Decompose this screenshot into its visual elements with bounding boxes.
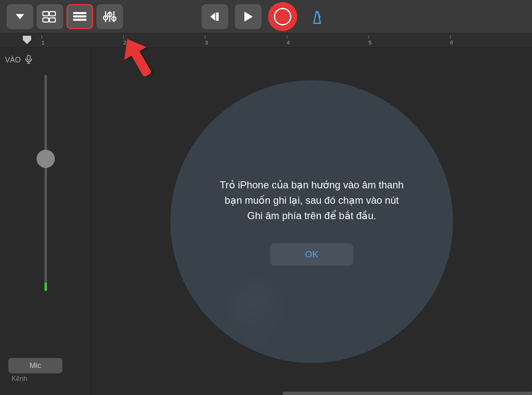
svg-rect-7: [73, 19, 86, 21]
mic-button[interactable]: Mic: [8, 358, 62, 373]
toolbar-left: [7, 4, 202, 29]
svg-marker-20: [23, 36, 31, 44]
record-button[interactable]: [268, 2, 297, 31]
mixer-icon: [102, 10, 117, 23]
record-dot: [274, 8, 291, 25]
toolbar: [0, 0, 532, 33]
dialog-overlay: Trỏ iPhone của bạn hướng vào âm thanh bạ…: [91, 48, 532, 395]
metronome-button[interactable]: [304, 4, 330, 29]
svg-rect-6: [73, 15, 86, 17]
svg-marker-0: [16, 14, 24, 19]
rewind-button[interactable]: [202, 4, 228, 29]
svg-marker-17: [314, 12, 320, 23]
rewind-icon: [209, 10, 221, 23]
play-icon: [242, 10, 254, 23]
left-panel: VÀO Mic Kênh: [0, 48, 91, 395]
ruler-mark-6: 6: [450, 35, 532, 46]
dropdown-icon: [14, 10, 26, 23]
svg-marker-14: [210, 12, 215, 21]
volume-fill: [44, 283, 47, 291]
svg-rect-5: [73, 12, 86, 14]
multitrack-icon: [42, 10, 57, 23]
svg-rect-1: [43, 12, 49, 16]
main-content: VÀO Mic Kênh: [0, 48, 532, 395]
dialog-ok-button[interactable]: OK: [270, 243, 353, 266]
ruler: 1 2 3 4 5 6: [0, 33, 532, 48]
ruler-mark-3: 3: [205, 35, 287, 46]
bottom-labels: Mic Kênh: [8, 358, 62, 383]
svg-rect-2: [49, 12, 55, 16]
ruler-mark-5: 5: [369, 35, 451, 46]
svg-rect-15: [216, 12, 219, 21]
multitrack-button[interactable]: [37, 4, 63, 29]
svg-rect-4: [49, 18, 55, 22]
toolbar-center: [202, 2, 330, 31]
track-label: VÀO: [5, 54, 86, 66]
ruler-marks: 1 2 3 4 5 6: [42, 35, 532, 46]
ruler-mark-2: 2: [123, 35, 205, 46]
playhead-icon: [21, 36, 33, 44]
tracks-list-button[interactable]: [66, 4, 93, 29]
volume-track[interactable]: [44, 75, 47, 291]
ruler-mark-1: 1: [42, 35, 123, 46]
dialog-message: Trỏ iPhone của bạn hướng vào âm thanh bạ…: [216, 177, 407, 224]
dropdown-button[interactable]: [7, 4, 33, 29]
volume-handle[interactable]: [37, 150, 55, 168]
svg-rect-3: [43, 18, 49, 22]
kenh-label: Kênh: [8, 375, 62, 383]
play-button[interactable]: [235, 4, 261, 29]
svg-marker-16: [244, 12, 253, 22]
ruler-mark-4: 4: [287, 35, 369, 46]
track-mic-icon: [24, 54, 33, 66]
tracks-list-icon: [72, 10, 87, 23]
svg-rect-21: [27, 55, 30, 60]
track-area: Âm Trỏ iPhone của bạn hướng vào âm thanh…: [91, 48, 532, 395]
mixer-button[interactable]: [96, 4, 123, 29]
volume-slider-container: [5, 71, 86, 388]
metronome-icon: [309, 8, 325, 25]
dialog-circle: Trỏ iPhone của bạn hướng vào âm thanh bạ…: [170, 80, 453, 363]
